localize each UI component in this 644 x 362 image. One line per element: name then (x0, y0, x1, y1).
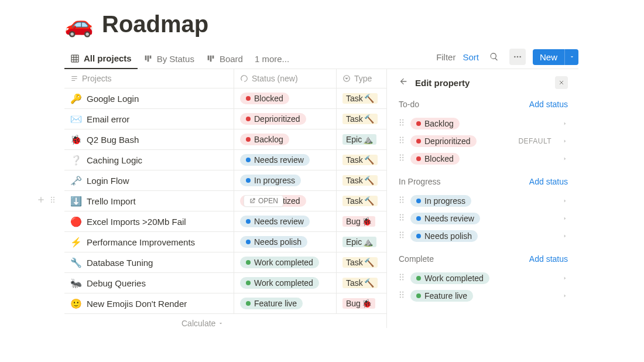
cell-type[interactable]: Epic⛰️ (337, 232, 386, 252)
cell-status[interactable]: Needs review (234, 150, 337, 170)
row-emoji: 🐜 (70, 278, 82, 289)
svg-point-50 (402, 279, 403, 280)
status-group: In ProgressAdd statusIn progressNeeds re… (399, 177, 568, 245)
view-tab-board[interactable]: Board (200, 50, 249, 69)
cell-type[interactable]: Task🔨 (337, 150, 386, 170)
svg-point-54 (402, 294, 403, 295)
new-button-caret[interactable] (564, 49, 578, 65)
cell-status[interactable]: Deprioritized (234, 109, 337, 129)
svg-point-55 (400, 296, 401, 298)
cell-project[interactable]: 🔧Database Tuning (64, 252, 234, 272)
status-group-title: Complete (399, 254, 434, 264)
cell-project[interactable]: 🐞Q2 Bug Bash (64, 129, 234, 149)
table-row[interactable]: 🔑Google LoginBlockedTask🔨 (64, 88, 386, 109)
table-row[interactable]: 🐜Debug QueriesWork completedTask🔨 (64, 273, 386, 293)
page-title[interactable]: Roadmap (102, 11, 208, 37)
cell-project[interactable]: 🙂New Emojis Don't Render (64, 293, 234, 313)
cell-status[interactable]: Needs review (234, 211, 337, 231)
drag-handle-icon[interactable] (399, 213, 405, 224)
cell-status[interactable]: Needs polish (234, 232, 337, 252)
status-option[interactable]: Needs polish (399, 227, 568, 245)
view-tab-all-projects[interactable]: All projects (64, 50, 138, 69)
cell-type[interactable]: Task🔨 (337, 273, 386, 293)
status-dot-icon (416, 139, 421, 144)
status-option[interactable]: Backlog (399, 115, 568, 132)
table-row[interactable]: 🙂New Emojis Don't RenderFeature liveBug🐞 (64, 293, 386, 314)
cell-type[interactable]: Task🔨 (337, 109, 386, 129)
cell-type[interactable]: Task🔨 (337, 88, 386, 108)
table-row[interactable]: 🔴Excel Imports >20Mb FailNeeds reviewBug… (64, 211, 386, 232)
cell-project[interactable]: 🔴Excel Imports >20Mb Fail (64, 211, 234, 231)
cell-project[interactable]: 🗝️Login Flow (64, 170, 234, 190)
table-row[interactable]: ❔Caching LogicNeeds reviewTask🔨 (64, 150, 386, 170)
cell-status[interactable]: Blocked (234, 88, 337, 108)
drag-handle-icon[interactable] (399, 273, 405, 284)
views-more[interactable]: 1 more... (249, 50, 295, 69)
table-row[interactable]: 🐞Q2 Bug BashBacklogEpic⛰️ (64, 129, 386, 150)
drag-handle-icon[interactable] (399, 291, 405, 301)
view-tab-by-status[interactable]: By Status (138, 50, 200, 69)
drag-handle-icon[interactable] (399, 196, 405, 206)
cell-project[interactable]: ❔Caching Logic (64, 150, 234, 170)
cell-status[interactable]: In progress (234, 170, 337, 190)
cell-project[interactable]: ✉️Email error (64, 109, 234, 129)
drag-handle-icon[interactable] (399, 153, 405, 164)
drag-handle-icon[interactable] (399, 231, 405, 241)
status-option[interactable]: Work completed (399, 269, 568, 287)
table-row[interactable]: ⚡Performance ImprovementsNeeds polishEpi… (64, 232, 386, 252)
add-status-button[interactable]: Add status (529, 100, 568, 109)
status-dot-icon (416, 216, 421, 221)
drag-handle-icon[interactable] (399, 118, 405, 129)
type-badge: Epic⛰️ (342, 237, 376, 247)
search-icon[interactable] (486, 49, 502, 65)
table-row[interactable]: ⬇️Trello ImportOPENDeprioritizedTask🔨 (64, 191, 386, 211)
cell-project[interactable]: ⬇️Trello ImportOPEN (64, 191, 234, 211)
svg-point-41 (400, 234, 401, 235)
more-icon[interactable] (509, 49, 526, 65)
open-button[interactable]: OPEN (244, 195, 283, 207)
cell-type[interactable]: Task🔨 (337, 252, 386, 272)
cell-project[interactable]: 🐜Debug Queries (64, 273, 234, 293)
cell-project[interactable]: 🔑Google Login (64, 88, 234, 108)
svg-point-3 (51, 197, 52, 198)
column-header-projects[interactable]: Projects (64, 69, 234, 88)
status-option[interactable]: Needs review (399, 210, 568, 227)
cell-type[interactable]: Bug🐞 (337, 211, 386, 231)
svg-point-14 (402, 124, 403, 125)
row-emoji: ⬇️ (70, 196, 82, 207)
back-icon[interactable] (399, 77, 408, 88)
table-icon (70, 54, 80, 63)
cell-type[interactable]: Task🔨 (337, 170, 386, 190)
cell-type[interactable]: Epic⛰️ (337, 129, 386, 149)
filter-button[interactable]: Filter (436, 52, 455, 62)
drag-handle-icon[interactable] (48, 195, 57, 207)
column-header-type[interactable]: Type (337, 69, 386, 88)
column-header-status[interactable]: Status (new) (234, 69, 337, 88)
new-button[interactable]: New (533, 49, 564, 65)
cell-status[interactable]: Work completed (234, 273, 337, 293)
add-status-button[interactable]: Add status (529, 177, 568, 186)
calculate-button[interactable]: Calculate (64, 314, 386, 328)
cell-status[interactable]: Work completed (234, 252, 337, 272)
table-row[interactable]: ✉️Email errorDeprioritizedTask🔨 (64, 109, 386, 129)
new-button-group: New (533, 49, 578, 65)
close-icon[interactable] (555, 76, 568, 89)
cell-project[interactable]: ⚡Performance Improvements (64, 232, 234, 252)
page-emoji[interactable]: 🚗 (64, 11, 94, 38)
table-row[interactable]: 🔧Database TuningWork completedTask🔨 (64, 252, 386, 273)
add-status-button[interactable]: Add status (529, 254, 568, 264)
drag-handle-icon[interactable] (399, 136, 405, 146)
sort-button[interactable]: Sort (463, 52, 479, 62)
cell-type[interactable]: Task🔨 (337, 191, 386, 211)
status-group: To-doAdd statusBacklogDeprioritizedDEFAU… (399, 100, 568, 168)
cell-status[interactable]: Backlog (234, 129, 337, 149)
table-row[interactable]: 🗝️Login FlowIn progressTask🔨 (64, 170, 386, 191)
svg-point-29 (400, 199, 401, 200)
cell-status[interactable]: Feature live (234, 293, 337, 313)
status-option[interactable]: In progress (399, 192, 568, 210)
add-row-icon[interactable] (36, 195, 46, 207)
status-option[interactable]: Feature live (399, 287, 568, 305)
cell-type[interactable]: Bug🐞 (337, 293, 386, 313)
status-option[interactable]: DeprioritizedDEFAULT (399, 132, 568, 150)
status-option[interactable]: Blocked (399, 150, 568, 168)
